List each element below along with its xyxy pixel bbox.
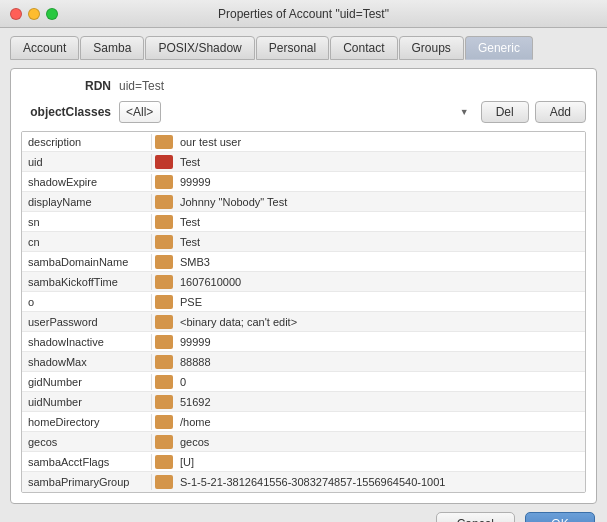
attr-value: Test [176, 234, 585, 250]
attr-name: gidNumber [22, 374, 152, 390]
attr-value: 51692 [176, 394, 585, 410]
attr-icon [155, 235, 173, 249]
attr-value: 99999 [176, 334, 585, 350]
rdn-row: RDN uid=Test [21, 79, 586, 93]
attr-value: Johnny "Nobody" Test [176, 194, 585, 210]
attr-value: Test [176, 154, 585, 170]
table-row[interactable]: descriptionour test user [22, 132, 585, 152]
attr-name: cn [22, 234, 152, 250]
table-row[interactable]: gecosgecos [22, 432, 585, 452]
attr-icon [155, 135, 173, 149]
table-row[interactable]: uidTest [22, 152, 585, 172]
attr-icon [155, 375, 173, 389]
table-row[interactable]: oPSE [22, 292, 585, 312]
attr-value: /home [176, 414, 585, 430]
attr-value: S-1-5-21-3812641556-3083274857-155696454… [176, 474, 585, 490]
attr-name: shadowInactive [22, 334, 152, 350]
objectclasses-label: objectClasses [21, 105, 111, 119]
attr-icon [155, 175, 173, 189]
table-row[interactable]: displayNameJohnny "Nobody" Test [22, 192, 585, 212]
attr-icon [155, 335, 173, 349]
objectclasses-select-container: <All> [119, 101, 475, 123]
attr-value: <binary data; can't edit> [176, 314, 585, 330]
table-row[interactable]: shadowMax88888 [22, 352, 585, 372]
tab-posix[interactable]: POSIX/Shadow [145, 36, 254, 60]
attr-value: our test user [176, 134, 585, 150]
attr-value: 99999 [176, 174, 585, 190]
attr-value: 0 [176, 374, 585, 390]
attr-icon [155, 395, 173, 409]
attr-value: PSE [176, 294, 585, 310]
attr-icon [155, 215, 173, 229]
attr-icon [155, 455, 173, 469]
attr-name: o [22, 294, 152, 310]
table-row[interactable]: userPassword<binary data; can't edit> [22, 312, 585, 332]
objectclasses-row: objectClasses <All> Del Add [21, 101, 586, 123]
attr-name: uid [22, 154, 152, 170]
footer: Cancel OK [10, 512, 597, 522]
rdn-value: uid=Test [119, 79, 164, 93]
attr-name: description [22, 134, 152, 150]
tab-personal[interactable]: Personal [256, 36, 329, 60]
attributes-table[interactable]: descriptionour test useruidTestshadowExp… [21, 131, 586, 493]
attr-value: gecos [176, 434, 585, 450]
attr-value: SMB3 [176, 254, 585, 270]
attr-value: Test [176, 214, 585, 230]
attr-icon [155, 275, 173, 289]
attr-icon [155, 195, 173, 209]
attr-name: sambaPrimaryGroup [22, 474, 152, 490]
attr-name: uidNumber [22, 394, 152, 410]
ok-button[interactable]: OK [525, 512, 595, 522]
table-row[interactable]: gidNumber0 [22, 372, 585, 392]
attr-icon [155, 155, 173, 169]
attr-name: displayName [22, 194, 152, 210]
content-panel: RDN uid=Test objectClasses <All> Del Add… [10, 68, 597, 504]
attr-value: 1607610000 [176, 274, 585, 290]
attr-name: sn [22, 214, 152, 230]
close-button[interactable] [10, 8, 22, 20]
table-row[interactable]: cnTest [22, 232, 585, 252]
rdn-label: RDN [21, 79, 111, 93]
attr-name: shadowExpire [22, 174, 152, 190]
table-row[interactable]: homeDirectory/home [22, 412, 585, 432]
attr-name: homeDirectory [22, 414, 152, 430]
attr-value: 88888 [176, 354, 585, 370]
attr-name: sambaKickoffTime [22, 274, 152, 290]
tab-samba[interactable]: Samba [80, 36, 144, 60]
traffic-lights [10, 8, 58, 20]
attr-name: sambaAcctFlags [22, 454, 152, 470]
attr-icon [155, 295, 173, 309]
attr-icon [155, 475, 173, 489]
cancel-button[interactable]: Cancel [436, 512, 515, 522]
minimize-button[interactable] [28, 8, 40, 20]
table-row[interactable]: uidNumber51692 [22, 392, 585, 412]
attr-icon [155, 435, 173, 449]
tab-bar: AccountSambaPOSIX/ShadowPersonalContactG… [10, 36, 597, 60]
attr-icon [155, 415, 173, 429]
tab-groups[interactable]: Groups [399, 36, 464, 60]
tab-account[interactable]: Account [10, 36, 79, 60]
objectclasses-select[interactable]: <All> [119, 101, 161, 123]
tab-contact[interactable]: Contact [330, 36, 397, 60]
attr-value: [U] [176, 454, 585, 470]
table-row[interactable]: shadowInactive99999 [22, 332, 585, 352]
attr-name: sambaDomainName [22, 254, 152, 270]
maximize-button[interactable] [46, 8, 58, 20]
table-row[interactable]: sambaAcctFlags[U] [22, 452, 585, 472]
attr-icon [155, 355, 173, 369]
table-row[interactable]: sambaDomainNameSMB3 [22, 252, 585, 272]
objectclasses-controls: <All> Del Add [119, 101, 586, 123]
titlebar: Properties of Account "uid=Test" [0, 0, 607, 28]
table-row[interactable]: sambaPrimaryGroupS-1-5-21-3812641556-308… [22, 472, 585, 492]
attr-icon [155, 255, 173, 269]
del-button[interactable]: Del [481, 101, 529, 123]
attr-icon [155, 315, 173, 329]
attr-name: shadowMax [22, 354, 152, 370]
table-row[interactable]: snTest [22, 212, 585, 232]
table-row[interactable]: shadowExpire99999 [22, 172, 585, 192]
main-content: AccountSambaPOSIX/ShadowPersonalContactG… [0, 28, 607, 522]
attr-name: userPassword [22, 314, 152, 330]
add-button[interactable]: Add [535, 101, 586, 123]
table-row[interactable]: sambaKickoffTime1607610000 [22, 272, 585, 292]
tab-generic[interactable]: Generic [465, 36, 533, 60]
